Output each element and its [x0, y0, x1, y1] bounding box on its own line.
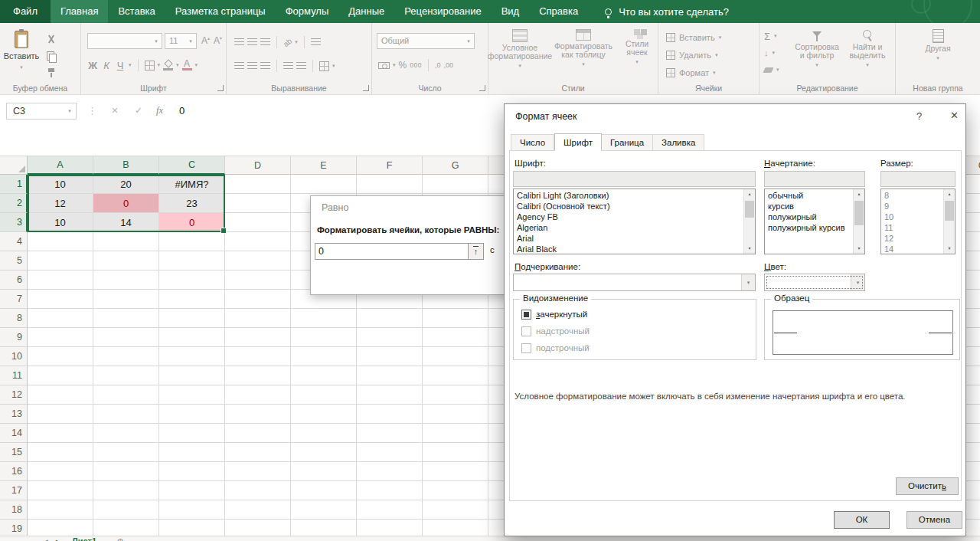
cell-C2[interactable]: 23	[159, 194, 225, 213]
row-header-15[interactable]: 15	[0, 443, 28, 462]
cell-C10[interactable]	[159, 347, 225, 366]
cell-F13[interactable]	[357, 405, 423, 424]
fill-color-button[interactable]	[163, 61, 173, 70]
cell-F17[interactable]	[357, 481, 423, 500]
chevron-down-icon[interactable]: ▾	[332, 62, 335, 70]
row-header-9[interactable]: 9	[0, 328, 28, 347]
ribbon-tab-Файл[interactable]: Файл	[0, 0, 51, 23]
scroll-thumb[interactable]	[854, 201, 864, 225]
cell-D7[interactable]	[225, 290, 291, 309]
cell-B15[interactable]	[93, 443, 159, 462]
cell-B18[interactable]	[93, 500, 159, 520]
checkbox[interactable]	[521, 326, 531, 336]
align-middle-icon[interactable]	[247, 38, 257, 46]
cell-D1[interactable]	[225, 175, 291, 194]
row-header-6[interactable]: 6	[0, 270, 28, 290]
cell-D5[interactable]	[225, 251, 291, 270]
clear-formatting-button[interactable]: Очистить	[896, 477, 959, 495]
cell-D16[interactable]	[225, 462, 291, 481]
cell-F18[interactable]	[357, 500, 423, 520]
effect-надстрочный[interactable]: надстрочный	[521, 326, 590, 336]
clear-ribbon-button[interactable]: ▾	[764, 64, 779, 76]
list-item[interactable]: Calibri (Основной текст)	[514, 201, 743, 211]
cell-B16[interactable]	[93, 462, 159, 481]
scroll-up-icon[interactable]: ▴	[854, 189, 864, 199]
value-input[interactable]: 0	[315, 244, 468, 259]
cancel-entry-icon[interactable]: ×	[112, 104, 118, 116]
column-header-F[interactable]: F	[357, 156, 423, 175]
cell-E10[interactable]	[291, 347, 357, 366]
cell-D11[interactable]	[225, 366, 291, 385]
format-tab-Шрифт[interactable]: Шрифт	[554, 133, 602, 151]
cell-B11[interactable]	[93, 366, 159, 385]
size-list-scrollbar[interactable]: ▴▾	[943, 189, 955, 254]
chevron-down-icon[interactable]: ▾	[129, 61, 132, 69]
cell-C17[interactable]	[159, 481, 225, 500]
ok-button[interactable]: ОК	[834, 511, 890, 529]
cell-G1[interactable]	[423, 175, 488, 194]
cell-B3[interactable]: 14	[93, 213, 159, 232]
cell-A7[interactable]	[28, 290, 93, 309]
comma-style-icon[interactable]: 000	[410, 61, 422, 69]
list-item[interactable]: 14	[881, 244, 943, 254]
font-size-edit[interactable]	[880, 171, 956, 187]
cell-A16[interactable]	[28, 462, 93, 481]
list-item[interactable]: Calibri Light (Заголовки)	[514, 190, 743, 201]
cell-D10[interactable]	[225, 347, 291, 366]
tell-me-search[interactable]: Что вы хотите сделать?	[605, 0, 729, 23]
align-right-icon[interactable]	[260, 62, 270, 70]
scroll-down-icon[interactable]: ▾	[944, 244, 955, 254]
cell-C18[interactable]	[159, 500, 225, 520]
row-header-17[interactable]: 17	[0, 481, 28, 500]
close-icon[interactable]: ✕	[950, 110, 959, 121]
format-cells-button[interactable]: Формат▾	[666, 67, 716, 79]
collapse-dialog-button[interactable]: ↑	[468, 244, 483, 259]
cell-A5[interactable]	[28, 251, 93, 270]
column-header-C[interactable]: C	[159, 156, 225, 175]
cell-E14[interactable]	[291, 424, 357, 443]
font-name-combo[interactable]: ▾	[87, 33, 162, 49]
cell-B7[interactable]	[93, 290, 159, 309]
cell-C12[interactable]	[159, 385, 225, 405]
conditional-formatting-button[interactable]: Условное форматирование ▾	[490, 27, 550, 88]
cell-C6[interactable]	[159, 270, 225, 290]
cell-D12[interactable]	[225, 385, 291, 405]
fill-button[interactable]: ↓▾	[764, 47, 775, 59]
cell-A3[interactable]: 10	[28, 213, 93, 232]
increase-decimal-icon[interactable]: ,0	[435, 61, 441, 69]
cell-F16[interactable]	[357, 462, 423, 481]
list-item[interactable]: Algerian	[514, 222, 743, 233]
cell-E9[interactable]	[291, 328, 357, 347]
cell-F12[interactable]	[357, 385, 423, 405]
list-item[interactable]: курсив	[765, 201, 853, 211]
chevron-down-icon[interactable]: ▾	[393, 61, 396, 69]
decrease-indent-icon[interactable]	[283, 62, 293, 70]
cell-F10[interactable]	[357, 347, 423, 366]
scroll-up-icon[interactable]: ▴	[744, 189, 755, 199]
cell-G18[interactable]	[423, 500, 488, 520]
cell-C8[interactable]	[159, 309, 225, 328]
select-all-corner[interactable]	[0, 156, 28, 175]
row-header-13[interactable]: 13	[0, 405, 28, 424]
number-format-combo[interactable]: Общий▾	[377, 33, 475, 49]
cell-C4[interactable]	[159, 232, 225, 251]
help-icon[interactable]: ?	[916, 110, 922, 122]
cell-B9[interactable]	[93, 328, 159, 347]
list-item[interactable]: Agency FB	[514, 211, 743, 222]
font-color-button[interactable]: А	[182, 60, 192, 70]
row-header-14[interactable]: 14	[0, 424, 28, 443]
formula-value[interactable]: 0	[179, 105, 185, 116]
format-painter-button[interactable]	[44, 66, 58, 80]
align-left-icon[interactable]	[234, 62, 244, 70]
cell-G14[interactable]	[423, 424, 488, 443]
cell-F9[interactable]	[357, 328, 423, 347]
cell-B8[interactable]	[93, 309, 159, 328]
autosum-button[interactable]: Σ▾	[764, 30, 777, 42]
cell-C15[interactable]	[159, 443, 225, 462]
cell-A1[interactable]: 10	[28, 175, 93, 194]
formula-bar-divider[interactable]: ⋮	[87, 105, 97, 116]
cell-D2[interactable]	[225, 194, 291, 213]
row-header-2[interactable]: 2	[0, 194, 28, 213]
accounting-format-icon[interactable]	[378, 62, 390, 69]
borders-icon[interactable]	[145, 61, 155, 70]
